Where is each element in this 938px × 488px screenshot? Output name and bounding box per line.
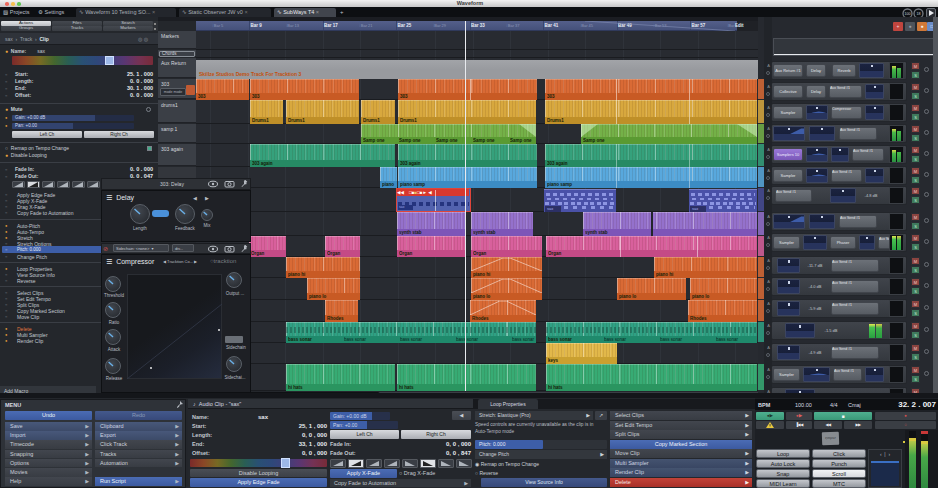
svg-text:100: 100 <box>905 12 911 16</box>
svg-text:18: 18 <box>917 12 921 16</box>
